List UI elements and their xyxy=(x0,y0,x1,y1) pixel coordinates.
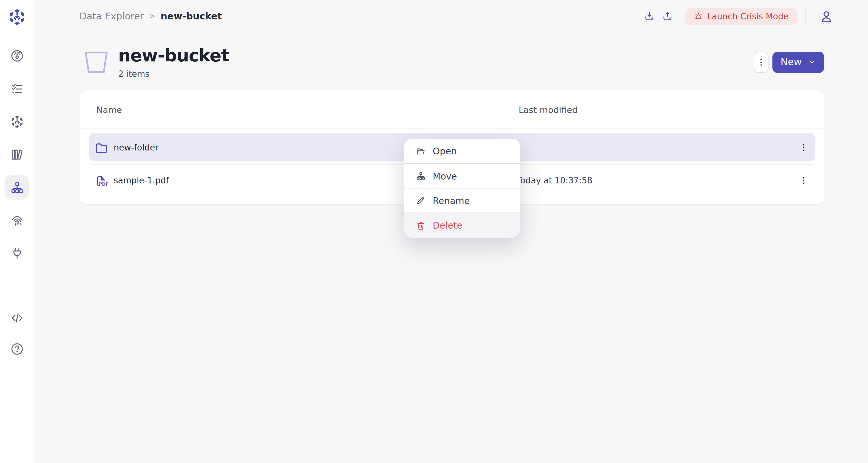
siren-icon xyxy=(694,12,703,20)
column-header-modified: Last modified xyxy=(519,104,578,115)
code-icon xyxy=(10,311,24,325)
context-menu-item-rename[interactable]: Rename xyxy=(404,188,520,212)
sidebar-divider xyxy=(0,289,34,289)
folder-icon xyxy=(94,141,108,154)
menu-item-label: Rename xyxy=(433,195,470,206)
download-icon xyxy=(644,11,655,22)
page-header: new-bucket 2 items New xyxy=(80,45,824,79)
kebab-icon xyxy=(799,175,808,185)
upload-icon xyxy=(662,11,673,22)
table-header: Name Last modified xyxy=(80,90,824,129)
sidebar-item-data-explorer[interactable] xyxy=(4,175,29,199)
row-name: sample-1.pdf xyxy=(114,175,169,185)
sitemap-icon xyxy=(10,181,24,194)
sidebar-bottom-nav xyxy=(4,305,29,361)
context-menu-item-move[interactable]: Move xyxy=(404,163,520,188)
breadcrumb-current: new-bucket xyxy=(160,11,222,21)
breadcrumb: Data Explorer > new-bucket xyxy=(80,11,222,21)
topbar: Data Explorer > new-bucket Launch Crisis… xyxy=(34,0,868,32)
new-button-label: New xyxy=(780,56,802,68)
download-button[interactable] xyxy=(641,8,657,24)
title-block: new-bucket 2 items xyxy=(118,45,229,79)
gauge-icon xyxy=(10,49,24,62)
sidebar-item-tasks[interactable] xyxy=(4,76,29,101)
item-count: 2 items xyxy=(118,69,229,79)
app-window: Data Explorer > new-bucket Launch Crisis… xyxy=(0,0,868,463)
menu-item-label: Move xyxy=(433,171,457,181)
bucket-icon xyxy=(84,51,108,73)
sidebar-item-identity[interactable] xyxy=(4,208,29,233)
menu-item-label: Delete xyxy=(433,220,462,230)
header-actions: New xyxy=(754,51,824,73)
context-menu-item-delete[interactable]: Delete xyxy=(404,212,520,238)
bucket-more-button[interactable] xyxy=(754,51,769,73)
sidebar-item-help[interactable] xyxy=(4,336,29,361)
column-header-name: Name xyxy=(80,104,122,115)
pencil-icon xyxy=(416,196,426,205)
topbar-actions: Launch Crisis Mode xyxy=(641,7,834,25)
trash-icon xyxy=(416,220,426,230)
row-name: new-folder xyxy=(114,143,159,152)
row-modified: Today at 10:37:58 xyxy=(517,175,593,185)
launch-crisis-mode-button[interactable]: Launch Crisis Mode xyxy=(685,7,798,25)
folder-open-icon xyxy=(416,146,426,156)
breadcrumb-separator: > xyxy=(149,11,155,21)
breadcrumb-parent[interactable]: Data Explorer xyxy=(80,11,144,21)
context-menu: Open Move Rename Delete xyxy=(404,139,520,238)
topbar-divider xyxy=(805,8,806,25)
fingerprint-icon xyxy=(10,213,24,227)
help-icon xyxy=(10,342,24,356)
row-more-button[interactable] xyxy=(796,173,811,188)
page-title: new-bucket xyxy=(118,45,229,65)
sidebar-item-dashboard[interactable] xyxy=(4,43,29,68)
sidebar xyxy=(0,0,34,463)
new-button[interactable]: New xyxy=(772,51,824,73)
pdf-file-icon xyxy=(94,174,108,187)
sidebar-nav xyxy=(4,43,29,266)
context-menu-item-open[interactable]: Open xyxy=(404,139,520,163)
row-more-button[interactable] xyxy=(796,140,811,155)
checklist-icon xyxy=(10,82,24,95)
user-menu-button[interactable] xyxy=(817,8,834,25)
kebab-icon xyxy=(799,143,808,152)
library-icon xyxy=(10,148,24,161)
upload-button[interactable] xyxy=(659,8,675,24)
chevron-down-icon xyxy=(808,58,816,66)
sidebar-item-developer[interactable] xyxy=(4,305,29,330)
app-logo-icon[interactable] xyxy=(8,8,26,26)
sidebar-item-integrations[interactable] xyxy=(4,241,29,266)
plug-icon xyxy=(10,246,24,260)
menu-item-label: Open xyxy=(433,146,457,156)
hexagon-icon xyxy=(10,115,24,128)
sidebar-item-hexagon[interactable] xyxy=(4,109,29,134)
crisis-button-label: Launch Crisis Mode xyxy=(707,11,788,21)
kebab-icon xyxy=(756,57,766,67)
sitemap-icon xyxy=(416,171,426,181)
sidebar-item-library[interactable] xyxy=(4,142,29,166)
person-icon xyxy=(819,9,833,23)
